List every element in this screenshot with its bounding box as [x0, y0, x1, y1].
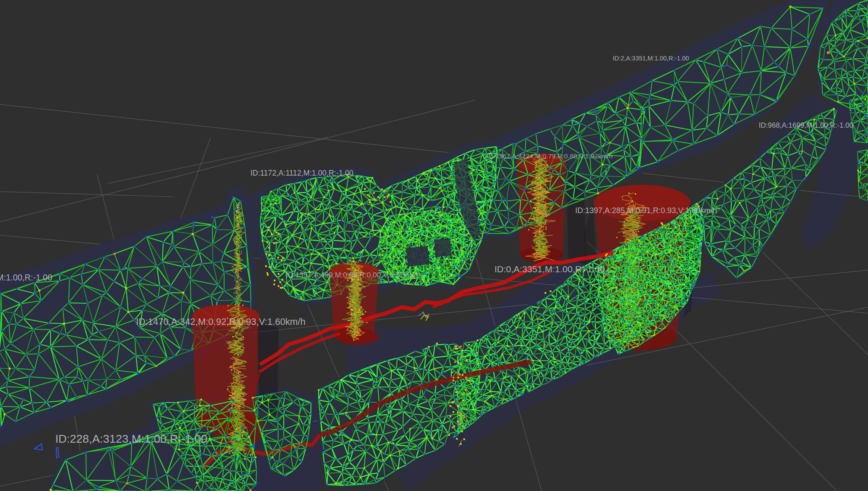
svg-text:ID:1172,A:1112,M:1.00,R:-1.00: ID:1172,A:1112,M:1.00,R:-1.00 — [250, 169, 354, 177]
svg-text:ID:1397,A:285,M:0.91,R:0.93,V:: ID:1397,A:285,M:0.91,R:0.93,V:1.80km/h — [575, 206, 717, 215]
svg-text:ID:1470,A:342,M:0.92,R:0.93,V:: ID:1470,A:342,M:0.92,R:0.93,V:1.60km/h — [136, 317, 305, 327]
svg-text:ID:2,A:3351,M:1.00,R:-1.00: ID:2,A:3351,M:1.00,R:-1.00 — [613, 55, 689, 62]
svg-text:ID:968,A:1699,M:1.00,R:-1.00: ID:968,A:1699,M:1.00,R:-1.00 — [759, 121, 853, 129]
svg-text:M:1.00,R:-1.00: M:1.00,R:-1.00 — [0, 273, 52, 282]
svg-text:ID:1367,A:4224,M:0.79,R:0.88,V: ID:1367,A:4224,M:0.79,R:0.88,V:1.92km/h — [487, 152, 613, 160]
svg-text:ID:228,A:3123,M:1.00,R:-1.00: ID:228,A:3123,M:1.00,R:-1.00 — [55, 432, 207, 445]
svg-text:ID:0,A:3351,M:1.00,R:-1.00: ID:0,A:3351,M:1.00,R:-1.00 — [494, 264, 605, 274]
svg-text:ID:1357,A:499,M:0.86,R:0.00,V:: ID:1357,A:499,M:0.86,R:0.00,V:0.32km/h — [286, 271, 420, 279]
